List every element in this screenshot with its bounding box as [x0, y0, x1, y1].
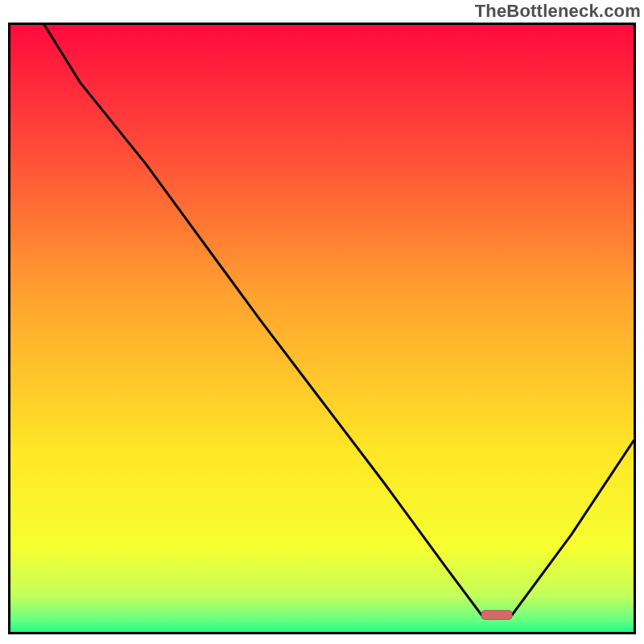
chart-svg — [10, 25, 634, 632]
plot-frame — [8, 23, 636, 634]
gradient-rect — [10, 25, 634, 632]
optimum-marker — [481, 610, 512, 619]
chart-container: TheBottleneck.com — [0, 0, 644, 644]
watermark-text: TheBottleneck.com — [475, 1, 641, 22]
